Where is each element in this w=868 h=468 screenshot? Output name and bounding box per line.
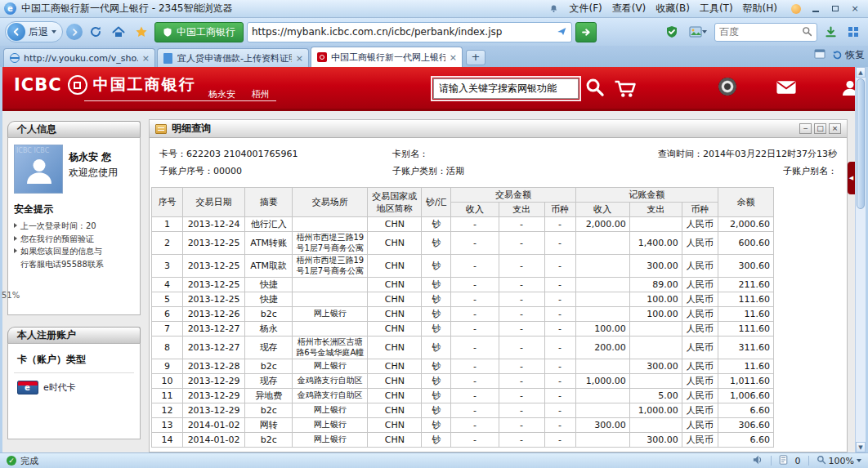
menu-help[interactable]: 帮助(H) <box>743 2 777 16</box>
notification-icon[interactable] <box>548 3 559 15</box>
speaker-icon[interactable] <box>752 455 763 467</box>
icbc-logo-text: ICBC <box>14 75 62 95</box>
bank-body: 个人信息 ICBC ICBC 杨永安 您 欢迎您使用 <box>2 111 855 452</box>
icbc-favicon-icon <box>316 52 327 63</box>
header-user-links: 杨永安 梧州 <box>208 88 270 100</box>
web-search-box[interactable] <box>714 23 817 42</box>
menu-tools[interactable]: 工具(T) <box>700 2 733 16</box>
cart-icon[interactable] <box>614 78 638 100</box>
bank-search-button[interactable] <box>584 77 606 98</box>
mail-icon[interactable] <box>776 80 797 95</box>
header-extra-icon[interactable] <box>839 78 855 98</box>
zoom-control[interactable]: 100% <box>817 455 861 467</box>
registered-accounts-panel: 卡（账户）类型 e时代卡 <box>7 343 141 439</box>
tab-close-icon[interactable]: × <box>450 52 457 63</box>
share-icon[interactable] <box>557 25 567 40</box>
personal-info-panel-header[interactable]: 个人信息 <box>7 121 141 137</box>
registered-accounts-panel-header[interactable]: 本人注册账户 <box>7 327 141 343</box>
page-viewport: ICBC 中国工商银行 杨永安 梧州 <box>2 67 866 452</box>
transaction-row: 92013-12-28b2c网上银行CHN钞---300.00人民币11.60 <box>152 359 774 374</box>
panel-close-button[interactable]: × <box>829 123 841 134</box>
panel-minimize-button[interactable]: ‒ <box>799 123 812 134</box>
location-link[interactable]: 梧州 <box>252 88 270 100</box>
new-tab-button[interactable]: + <box>466 50 485 65</box>
web-search-input[interactable] <box>719 26 799 38</box>
favorites-star-button[interactable] <box>132 22 151 42</box>
home-button[interactable] <box>109 22 128 42</box>
tab-yirendai[interactable]: 宜人贷申请借款-上传资料证明 × <box>157 48 309 67</box>
tab-icbc-active[interactable]: 中国工商银行新一代网上银行 × <box>311 47 463 67</box>
user-name-link[interactable]: 杨永安 <box>208 88 235 100</box>
transaction-row: 32013-12-25ATM取款梧州市西堤三路19号1层7号商务公寓CHN钞--… <box>152 255 774 278</box>
panel-maximize-button[interactable]: □ <box>814 123 826 134</box>
skin-button[interactable] <box>787 2 805 15</box>
media-tool-caret-icon[interactable] <box>702 30 707 33</box>
menu-favorites[interactable]: 收藏(B) <box>655 2 690 16</box>
media-tool-button[interactable] <box>685 22 711 42</box>
col-place: 交易场所 <box>293 188 368 217</box>
col-booked-currency: 币种 <box>682 203 718 217</box>
scroll-down-arrow-icon[interactable]: ▼ <box>856 442 866 452</box>
status-text: 完成 <box>20 455 38 467</box>
transaction-row: 62013-12-26b2c网上银行CHN钞---100.00人民币11.60 <box>152 307 774 322</box>
address-bar[interactable] <box>247 22 572 42</box>
back-history-caret-icon[interactable] <box>51 30 56 33</box>
back-arrow-icon <box>7 23 25 41</box>
panel-window-controls: ‒ □ × <box>799 123 841 134</box>
site-identity-label: 中国工商银行 <box>177 25 235 39</box>
menu-view[interactable]: 查看(V) <box>612 2 647 16</box>
notebook-icon <box>155 124 167 134</box>
blocked-popup-icon[interactable] <box>779 455 788 467</box>
sidebar: 个人信息 ICBC ICBC 杨永安 您 欢迎您使用 <box>2 111 143 452</box>
bank-name: 中国工商银行 <box>93 74 196 96</box>
forward-button[interactable] <box>66 24 83 40</box>
sidebar-collapse-handle[interactable]: ◀ <box>848 162 855 194</box>
card-alias-field: 卡别名： <box>392 148 586 160</box>
transactions-body: 12013-12-24他行汇入CHN钞---2,000.00人民币2,000.6… <box>152 217 774 448</box>
download-button[interactable] <box>821 22 840 42</box>
transaction-row: 82013-12-27现存梧州市长洲区吉塘路6号金城华庭A幢CHN钞---200… <box>152 337 774 359</box>
restore-button[interactable]: 恢复 <box>832 48 865 62</box>
card-item-eshidai[interactable]: e时代卡 <box>14 373 134 402</box>
security-shield-button[interactable] <box>662 22 682 42</box>
menu-file[interactable]: 文件(F) <box>569 2 602 16</box>
vertical-scrollbar[interactable]: ▲ ▼ <box>855 67 866 452</box>
search-magnifier-icon[interactable] <box>802 25 812 40</box>
restore-icon <box>832 50 843 60</box>
minimize-button[interactable] <box>807 2 825 15</box>
close-button[interactable]: × <box>846 2 864 15</box>
query-time-value: 2014年03月22日12时37分13秒 <box>703 149 837 159</box>
transaction-row: 52013-12-25快捷CHN钞---100.00人民币111.60 <box>152 292 774 307</box>
status-check-icon: ✓ <box>7 456 16 466</box>
col-cash: 钞/汇 <box>422 188 451 217</box>
zoom-level: 100% <box>829 456 854 466</box>
transaction-row: 122013-12-29b2c网上银行CHN钞---1,000.00人民币6.6… <box>152 403 774 418</box>
security-tip: 行客服电话95588联系 <box>14 258 134 271</box>
scroll-up-arrow-icon[interactable]: ▲ <box>856 67 866 78</box>
address-input[interactable] <box>252 26 553 38</box>
security-tip: 您在我行的预留验证 <box>14 233 134 246</box>
bank-search-box[interactable] <box>433 78 579 99</box>
window-controls: × <box>787 2 864 15</box>
tab-close-icon[interactable]: × <box>142 53 150 64</box>
scrollbar-thumb[interactable] <box>857 78 865 209</box>
card-number-field: 卡号：622203 2104001765961 <box>159 148 392 160</box>
browser-window: e 中国工商银行新一代网上银行 - 2345智能浏览器 文件(F) 查看(V) … <box>0 0 868 468</box>
sub-account-type-value: 活期 <box>446 166 464 176</box>
col-group-transaction: 交易金额 <box>451 188 575 203</box>
col-trans-currency: 币种 <box>544 203 575 217</box>
bank-search-input[interactable] <box>439 83 573 95</box>
blocked-popup-count: 0 <box>795 456 801 466</box>
apps-grid-button[interactable] <box>843 22 863 42</box>
refresh-button[interactable] <box>86 22 105 42</box>
icbc-emblem-icon <box>68 75 87 95</box>
session-panel-icon[interactable] <box>814 49 825 61</box>
tab-close-icon[interactable]: × <box>296 53 303 64</box>
site-identity-button[interactable]: 中国工商银行 <box>154 22 244 42</box>
record-icon[interactable] <box>718 78 736 96</box>
maximize-button[interactable] <box>826 2 844 15</box>
zoom-caret-icon[interactable] <box>857 459 861 462</box>
back-button[interactable]: 后退 <box>5 21 63 42</box>
tab-youku[interactable]: http://v.youku.com/v_sho... × <box>3 48 155 67</box>
go-button[interactable] <box>575 22 597 42</box>
